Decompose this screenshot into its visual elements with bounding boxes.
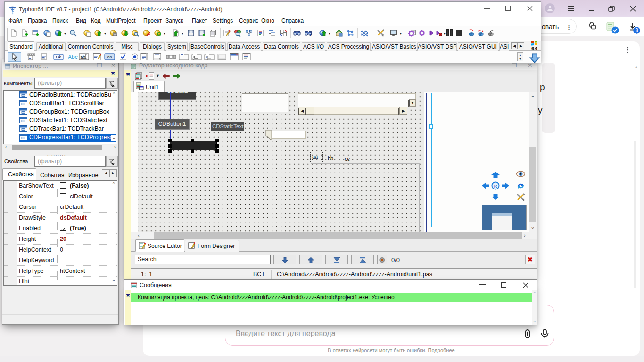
svg-text:B: B <box>310 33 312 37</box>
svg-text:3: 3 <box>636 28 638 33</box>
svg-text:Abc: Abc <box>68 54 78 60</box>
svg-text:ab: ab <box>80 55 86 60</box>
svg-text:Ok: Ok <box>56 55 61 59</box>
svg-text:on: on <box>107 55 112 59</box>
svg-text:R: R <box>494 184 497 189</box>
